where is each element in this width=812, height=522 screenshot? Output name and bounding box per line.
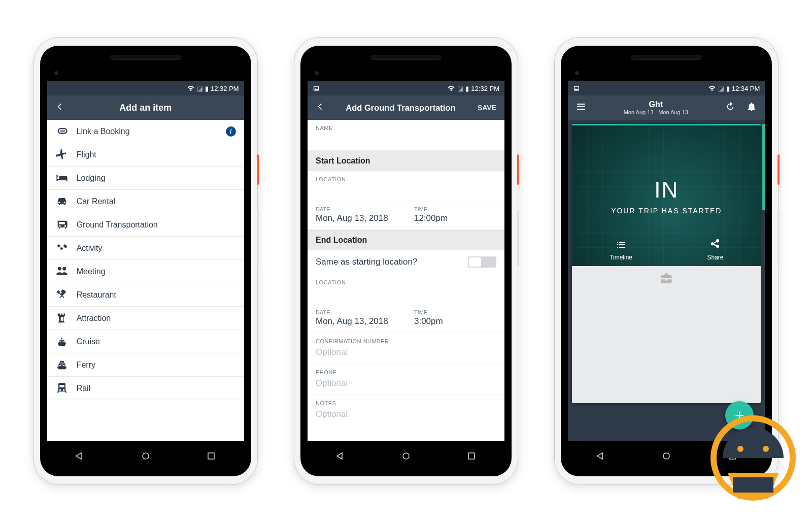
phone-1: ◪ ▮ 12:32 PM Add an item Link a Bookingi… [34, 38, 257, 484]
back-button[interactable] [313, 102, 327, 114]
battery-icon: ▮ [726, 85, 730, 92]
list-item-label: Car Rental [77, 197, 236, 206]
add-fab[interactable]: + [725, 401, 754, 430]
list-item[interactable]: Restaurant [47, 283, 244, 307]
back-button[interactable] [52, 102, 66, 114]
scroll-indicator [762, 124, 765, 210]
item-list: Link a BookingiFlightLodgingCar RentalGr… [47, 120, 244, 441]
start-time-field[interactable]: TIME 12:00pm [406, 202, 504, 230]
image-icon [313, 85, 320, 92]
notes-input[interactable]: Optional [308, 408, 504, 426]
share-button[interactable]: Share [707, 239, 724, 261]
nav-home-button[interactable] [400, 450, 412, 464]
signal-icon: ◪ [718, 85, 724, 92]
trip-card: IN YOUR TRIP HAS STARTED Timeline Share [572, 124, 761, 403]
phone-power-button [517, 154, 519, 185]
name-input[interactable] [308, 133, 504, 151]
name-label: NAME [308, 120, 504, 133]
status-bar: ◪ ▮ 12:32 PM [47, 81, 244, 95]
info-icon[interactable]: i [226, 126, 236, 137]
list-item-label: Flight [77, 150, 236, 159]
list-item[interactable]: Ground Transportation [47, 213, 244, 237]
end-date-field[interactable]: DATE Mon, Aug 13, 2018 [308, 305, 406, 333]
battery-icon: ▮ [205, 85, 209, 92]
menu-button[interactable] [573, 101, 589, 114]
refresh-button[interactable] [722, 102, 738, 114]
date-label: DATE [316, 206, 398, 212]
list-item-label: Cruise [77, 337, 236, 346]
start-location-header: Start Location [308, 151, 504, 171]
list-item-label: Link a Booking [77, 127, 226, 136]
wifi-icon [447, 84, 455, 92]
phone-speaker [370, 55, 442, 60]
wifi-icon [187, 84, 195, 92]
save-button[interactable]: SAVE [475, 104, 499, 112]
list-item[interactable]: Attraction [47, 307, 244, 330]
form: NAME Start Location LOCATION DATE Mon, A… [308, 120, 504, 441]
status-time: 12:32 PM [211, 85, 239, 92]
hero-title: IN [654, 177, 679, 203]
list-item-label: Rail [77, 384, 236, 393]
trip-hero: IN YOUR TRIP HAS STARTED Timeline Share [572, 124, 761, 266]
app-bar: Ght Mon Aug 13 - Mon Aug 13 [568, 95, 765, 120]
list-item[interactable]: Ferry [47, 353, 244, 377]
end-location-input[interactable] [308, 287, 504, 305]
phone-2: ◪ ▮ 12:32 PM Add Ground Transportation S… [294, 38, 518, 484]
tower-icon [55, 312, 77, 325]
notifications-button[interactable] [743, 102, 760, 114]
app-bar: Add Ground Transportation SAVE [308, 95, 504, 120]
nav-recent-button[interactable] [206, 450, 217, 464]
list-item[interactable]: Cruise [47, 330, 244, 353]
nav-recent-button[interactable] [727, 450, 738, 464]
list-item[interactable]: Lodging [47, 167, 244, 190]
list-item[interactable]: Activity [47, 237, 244, 260]
confirmation-input[interactable]: Optional [308, 346, 504, 364]
wifi-icon [708, 84, 716, 92]
app-bar: Add an item [47, 95, 244, 120]
android-navbar [308, 445, 504, 469]
trip-content: IN YOUR TRIP HAS STARTED Timeline Share [568, 120, 765, 441]
signal-icon: ◪ [457, 85, 463, 92]
list-item-label: Lodging [77, 174, 236, 183]
start-date-field[interactable]: DATE Mon, Aug 13, 2018 [308, 202, 406, 230]
phone-speaker [110, 55, 181, 60]
bus-icon [55, 218, 77, 232]
nav-home-button[interactable] [661, 450, 672, 464]
phone-input[interactable]: Optional [308, 377, 504, 395]
end-time-value: 3:00pm [414, 316, 496, 327]
battery-icon: ▮ [465, 85, 469, 92]
list-item[interactable]: Flight [47, 143, 244, 167]
phone-3: ◪ ▮ 12:34 PM Ght Mon Aug 13 - Mon Aug 13 [555, 38, 778, 484]
date-label: DATE [316, 309, 398, 315]
share-icon [710, 239, 721, 252]
start-location-input[interactable] [308, 184, 504, 202]
phone-camera [315, 71, 319, 75]
list-item[interactable]: Meeting [47, 260, 244, 283]
trip-body [572, 266, 761, 403]
nav-home-button[interactable] [140, 450, 151, 464]
list-item[interactable]: Car Rental [47, 190, 244, 213]
briefcase-icon [660, 272, 673, 287]
confirmation-label: CONFIRMATION NUMBER [308, 333, 504, 346]
status-time: 12:32 PM [471, 85, 499, 92]
list-item-label: Ground Transportation [77, 220, 236, 230]
phone-speaker [631, 55, 702, 60]
plane-icon [55, 148, 77, 161]
same-as-start-toggle[interactable] [468, 256, 496, 268]
list-item[interactable]: Link a Bookingi [47, 120, 244, 143]
rail-icon [55, 382, 77, 395]
nav-back-button[interactable] [595, 450, 606, 464]
phone-camera [575, 71, 579, 75]
phone-power-button [777, 154, 780, 185]
end-time-field[interactable]: TIME 3:00pm [406, 305, 504, 333]
nav-back-button[interactable] [74, 450, 85, 464]
link-icon [55, 125, 77, 138]
nav-recent-button[interactable] [466, 450, 477, 464]
phone-camera [54, 71, 58, 75]
phone-power-button [257, 154, 259, 185]
nav-back-button[interactable] [335, 450, 346, 464]
list-item[interactable]: Rail [47, 377, 244, 400]
same-as-start-row: Same as starting location? [308, 250, 504, 274]
time-label: TIME [414, 206, 496, 212]
timeline-button[interactable]: Timeline [610, 239, 632, 261]
